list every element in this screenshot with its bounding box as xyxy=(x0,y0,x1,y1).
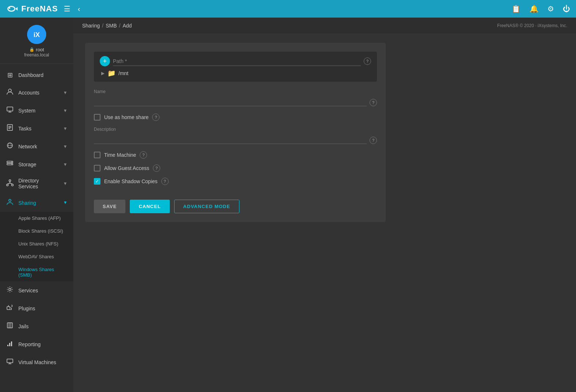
svg-rect-24 xyxy=(11,341,12,346)
svg-rect-8 xyxy=(7,107,13,111)
time-machine-row: Time Machine ? xyxy=(94,151,377,159)
directory-services-arrow: ▼ xyxy=(63,181,67,186)
dashboard-icon: ⊞ xyxy=(6,71,14,79)
storage-icon xyxy=(6,160,14,169)
tree-expand-arrow[interactable]: ▶ xyxy=(101,71,104,76)
sidebar-item-network[interactable]: Network ▼ xyxy=(0,137,73,155)
buttons-row: SAVE CANCEL ADVANCED MODE xyxy=(94,194,377,213)
sidebar-item-smb[interactable]: Windows Shares (SMB) xyxy=(0,263,73,281)
shadow-copies-row: Enable Shadow Copies ? xyxy=(94,178,377,185)
app-name: FreeNAS xyxy=(21,4,58,14)
time-machine-label: Time Machine xyxy=(104,152,136,158)
back-icon[interactable]: ‹ xyxy=(76,3,82,15)
sidebar-item-label: Tasks xyxy=(18,126,32,132)
cancel-button[interactable]: CANCEL xyxy=(130,200,169,213)
svg-point-17 xyxy=(12,184,14,186)
content-area: Sharing / SMB / Add FreeNAS® © 2020 · iX… xyxy=(73,18,576,392)
path-tree: ▶ 📁 /mnt xyxy=(100,69,371,77)
system-arrow: ▼ xyxy=(63,108,67,113)
form-container: + ? ▶ 📁 /mnt Name xyxy=(73,34,576,392)
sharing-icon xyxy=(6,198,14,207)
allow-guest-help-icon[interactable]: ? xyxy=(153,164,160,172)
main-layout: iX 🔒 root freenas.local ⊞ Dashboard Acco… xyxy=(0,18,576,392)
sidebar-item-storage[interactable]: Storage ▼ xyxy=(0,155,73,173)
sidebar-item-label: Jails xyxy=(18,323,29,329)
use-home-label: Use as home share xyxy=(104,114,148,120)
name-help-icon[interactable]: ? xyxy=(370,99,377,106)
description-label: Description xyxy=(94,127,367,132)
sidebar-item-afp[interactable]: Apple Shares (AFP) xyxy=(0,212,73,225)
network-arrow: ▼ xyxy=(63,144,67,149)
path-section: + ? ▶ 📁 /mnt xyxy=(94,52,377,82)
bell-icon[interactable]: 🔔 xyxy=(528,3,540,15)
accounts-arrow: ▼ xyxy=(63,90,67,95)
virtual-machines-icon xyxy=(6,358,14,367)
lock-icon: 🔒 xyxy=(29,47,34,52)
path-add-button[interactable]: + xyxy=(100,56,110,66)
folder-icon: 📁 xyxy=(107,69,115,77)
svg-rect-22 xyxy=(7,345,8,346)
sidebar-item-virtual-machines[interactable]: Virtual Machines xyxy=(0,353,73,371)
sidebar-item-jails[interactable]: Jails xyxy=(0,317,73,335)
description-help-icon[interactable]: ? xyxy=(370,137,377,144)
description-input[interactable] xyxy=(94,133,367,144)
sidebar-item-dashboard[interactable]: ⊞ Dashboard xyxy=(0,67,73,84)
sidebar-item-accounts[interactable]: Accounts ▼ xyxy=(0,84,73,101)
time-machine-help-icon[interactable]: ? xyxy=(140,151,147,159)
sidebar-item-webdav[interactable]: WebDAV Shares xyxy=(0,250,73,263)
app-logo: FreeNAS xyxy=(4,2,58,16)
clipboard-icon[interactable]: 📋 xyxy=(510,3,522,15)
sidebar-item-services[interactable]: Services xyxy=(0,281,73,299)
shadow-copies-checkbox[interactable] xyxy=(94,178,100,185)
sidebar-item-nfs[interactable]: Unix Shares (NFS) xyxy=(0,237,73,250)
svg-point-18 xyxy=(9,199,11,201)
sidebar-nav: ⊞ Dashboard Accounts ▼ System ▼ xyxy=(0,64,73,392)
sidebar-item-reporting[interactable]: Reporting xyxy=(0,335,73,353)
plus-icon: + xyxy=(103,58,107,64)
power-icon[interactable]: ⏻ xyxy=(561,3,572,15)
time-machine-checkbox[interactable] xyxy=(94,152,100,158)
accounts-icon xyxy=(6,88,14,97)
breadcrumb-sep2: / xyxy=(119,23,121,29)
breadcrumb: Sharing / SMB / Add FreeNAS® © 2020 · iX… xyxy=(73,18,576,34)
breadcrumb-sep1: / xyxy=(102,23,103,29)
description-field-row: Description ? xyxy=(94,127,377,144)
sidebar-item-label: Accounts xyxy=(18,90,40,96)
menu-icon[interactable]: ☰ xyxy=(62,3,72,15)
sidebar-item-sharing[interactable]: Sharing ▲ xyxy=(0,194,73,212)
sidebar-item-tasks[interactable]: Tasks ▼ xyxy=(0,119,73,137)
avatar-icon: iX xyxy=(27,25,46,44)
topbar-right: 📋 🔔 ⚙ ⏻ xyxy=(510,3,572,15)
sidebar-profile: iX 🔒 root freenas.local xyxy=(0,18,73,64)
advanced-mode-button[interactable]: ADVANCED MODE xyxy=(174,200,239,213)
svg-point-13 xyxy=(11,162,12,162)
description-field-container: Description ? xyxy=(94,127,377,144)
name-input[interactable] xyxy=(94,96,367,106)
sidebar-item-directory-services[interactable]: Directory Services ▼ xyxy=(0,173,73,194)
sidebar-item-plugins[interactable]: Plugins xyxy=(0,299,73,317)
sidebar-item-label: Services xyxy=(18,288,38,293)
breadcrumb-smb[interactable]: SMB xyxy=(106,23,117,29)
use-home-help-icon[interactable]: ? xyxy=(152,114,159,121)
tree-mnt-label: /mnt xyxy=(118,70,128,76)
sidebar-item-label: System xyxy=(18,108,36,114)
gear-icon[interactable]: ⚙ xyxy=(546,3,555,15)
svg-point-19 xyxy=(9,288,11,291)
svg-rect-23 xyxy=(9,343,10,346)
path-help-icon[interactable]: ? xyxy=(364,58,371,65)
path-input[interactable] xyxy=(113,57,361,66)
breadcrumb-sharing[interactable]: Sharing xyxy=(82,23,100,29)
profile-name: 🔒 root xyxy=(29,47,44,52)
sidebar-item-iscsi[interactable]: Block Shares (iSCSI) xyxy=(0,225,73,237)
sidebar-item-label: Sharing xyxy=(18,200,36,206)
system-icon xyxy=(6,106,14,115)
sidebar-item-label: Virtual Machines xyxy=(18,359,56,365)
svg-point-16 xyxy=(7,184,8,186)
sidebar-item-system[interactable]: System ▼ xyxy=(0,101,73,119)
use-home-checkbox[interactable] xyxy=(94,114,100,121)
save-button[interactable]: SAVE xyxy=(94,200,125,213)
profile-hostname: freenas.local xyxy=(24,52,49,58)
shadow-copies-help-icon[interactable]: ? xyxy=(161,178,169,185)
allow-guest-checkbox[interactable] xyxy=(94,165,100,171)
tasks-icon xyxy=(6,124,14,133)
